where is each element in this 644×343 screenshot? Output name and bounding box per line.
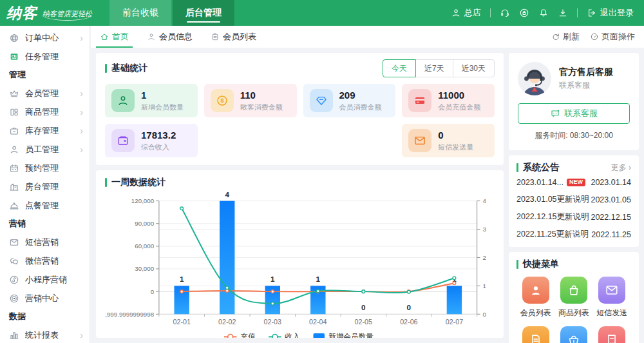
quick-menu-title: 快捷菜单 <box>516 259 559 270</box>
notice-row-0[interactable]: 2023.01.14... NEW 2023.01.14 <box>516 173 631 191</box>
sidebar-item-miniprogram-marketing[interactable]: 小程序营销 <box>0 270 90 289</box>
app-root: 纳客 纳客管店更轻松 前台收银 后台管理 总店 退出登录 订单中心 <box>0 0 644 343</box>
filter-7days[interactable]: 近7天 <box>415 59 453 77</box>
page-actions-label: 页面操作 <box>601 31 635 43</box>
nav-label: 前台收银 <box>122 7 158 19</box>
chart-legend-item-income[interactable]: 收入 <box>269 332 300 338</box>
new-badge: NEW <box>567 179 585 186</box>
stat-label: 会员充值金额 <box>438 103 480 112</box>
download-icon[interactable] <box>558 8 568 18</box>
logout-button[interactable]: 退出登录 <box>587 7 634 19</box>
quick-mall-orders[interactable]: 商城订单 <box>520 326 551 343</box>
sidebar-item-task-management[interactable]: 任务管理 <box>0 47 90 66</box>
sidebar-item-member-management[interactable]: 会员管理 › <box>0 84 90 103</box>
service-subtitle: 联系客服 <box>559 80 613 91</box>
sidebar-item-label: 任务管理 <box>25 51 83 63</box>
mail-icon <box>413 134 426 147</box>
sidebar-item-dining-management[interactable]: 点餐管理 <box>0 196 90 215</box>
filter-30days[interactable]: 近30天 <box>453 59 495 77</box>
nav-front-cashier[interactable]: 前台收银 <box>109 0 171 26</box>
svg-text:4: 4 <box>482 197 486 204</box>
weekly-chart-svg: 120,00090,00060,00030,0000-29,999.999999… <box>105 191 495 338</box>
quick-chip <box>560 277 587 304</box>
sidebar-item-sms-marketing[interactable]: 短信营销 <box>0 233 90 251</box>
sidebar-item-reservation-management[interactable]: 预约管理 <box>0 159 90 177</box>
headset-icon[interactable] <box>500 8 510 18</box>
sidebar-item-marketing-center[interactable]: 营销中心 <box>0 289 90 308</box>
tab-label: 会员列表 <box>223 31 256 43</box>
bell-icon[interactable] <box>538 8 549 18</box>
svg-text:02-01: 02-01 <box>173 318 190 326</box>
sidebar-item-label: 员工管理 <box>25 144 80 155</box>
quick-chip <box>598 326 625 343</box>
chart-legend-item-recharge[interactable]: 充值 <box>224 332 256 338</box>
quick-chip <box>522 277 549 304</box>
svg-text:1: 1 <box>180 275 184 283</box>
sidebar-item-inventory-management[interactable]: 库存管理 › <box>0 121 90 140</box>
stat-chip <box>111 129 135 152</box>
bag-icon <box>567 283 581 297</box>
svg-text:1: 1 <box>270 275 275 283</box>
quick-product-combo[interactable]: 商品套餐 <box>558 326 589 343</box>
svg-text:0: 0 <box>407 303 412 311</box>
gauge-icon <box>590 32 599 41</box>
notice-list: 2023.01.14... NEW 2023.01.14 2023.01.05更… <box>516 173 631 243</box>
nav-backend-admin[interactable]: 后台管理 <box>173 0 234 26</box>
person-icon <box>117 94 129 107</box>
stat-value: 0 <box>438 130 473 141</box>
tab-member-list[interactable]: 会员列表 <box>202 26 265 48</box>
notice-row-3[interactable]: 2022.11.25更新说明 2022.11.25 <box>516 226 631 243</box>
globe-icon <box>9 33 19 43</box>
chevron-right-icon: › <box>80 34 83 43</box>
stat-card-5: 0 短信发送量 <box>402 124 495 157</box>
refresh-button[interactable]: 刷新 <box>551 31 580 43</box>
diamond-icon <box>315 94 328 107</box>
chart-legend-item-new-members[interactable]: 新增会员数量 <box>313 332 374 338</box>
tab-member-info[interactable]: 会员信息 <box>138 26 202 48</box>
quick-label: 商品列表 <box>558 308 589 318</box>
calendar-icon <box>9 163 19 173</box>
notice-date: 2023.01.14 <box>591 178 631 187</box>
svg-text:30,000: 30,000 <box>135 265 154 272</box>
tab-label: 会员信息 <box>159 31 193 43</box>
content: 基础统计 今天近7天近30天 1 新增会员数量 $ 110 散客消费金额 209… <box>91 48 644 343</box>
stat-card-4: 17813.2 综合收入 <box>105 124 198 157</box>
sidebar-item-room-management[interactable]: 房台管理 <box>0 177 90 196</box>
quick-member-list[interactable]: 会员列表 <box>520 277 551 318</box>
stat-value: 110 <box>240 90 283 101</box>
svg-text:02-02: 02-02 <box>218 318 236 326</box>
time-filter-group: 今天近7天近30天 <box>383 59 495 77</box>
logout-label: 退出登录 <box>600 7 634 19</box>
quick-menu-grid: 会员列表 商品列表 短信发送 商城订单 商品套餐 优惠券 <box>516 277 631 343</box>
stat-label: 新增会员数量 <box>141 103 184 112</box>
store-switcher[interactable]: 总店 <box>451 7 481 19</box>
contact-service-button[interactable]: 联系客服 <box>518 103 630 124</box>
service-title: 官方售后客服 <box>559 66 613 78</box>
notice-row-1[interactable]: 2023.01.05更新说明 2023.01.05 <box>516 191 631 208</box>
notice-more-link[interactable]: 更多 › <box>611 162 631 173</box>
right-column: 官方售后客服 联系客服 联系客服 服务时间: 08:30~20:00 系统公告 … <box>509 53 639 338</box>
notice-text: 2022.11.25更新说明 <box>516 229 589 240</box>
sidebar-item-label: 订单中心 <box>25 32 80 44</box>
page-actions-button[interactable]: 页面操作 <box>590 31 635 43</box>
quick-coupon[interactable]: 优惠券 <box>598 326 625 343</box>
sidebar-item-statistics-reports[interactable]: 统计报表 › <box>0 326 90 343</box>
service-hours: 服务时间: 08:30~20:00 <box>518 130 630 141</box>
tab-home[interactable]: 首页 <box>91 26 138 48</box>
lock-icon[interactable] <box>519 8 529 18</box>
stat-label: 散客消费金额 <box>240 103 283 112</box>
stat-chip <box>111 89 135 112</box>
person-solid-icon <box>529 283 543 297</box>
quick-product-list[interactable]: 商品列表 <box>558 277 589 318</box>
filter-today[interactable]: 今天 <box>383 59 416 77</box>
svg-text:02-05: 02-05 <box>355 318 372 326</box>
quick-sms-send[interactable]: 短信发送 <box>596 277 627 318</box>
sidebar-item-staff-management[interactable]: 员工管理 › <box>0 140 90 159</box>
sidebar-item-orders-center[interactable]: 订单中心 › <box>0 28 90 47</box>
notice-row-2[interactable]: 2022.12.15更新说明 2022.12.15 <box>516 208 631 226</box>
top-nav: 前台收银 后台管理 <box>109 0 236 26</box>
sidebar-item-wechat-marketing[interactable]: 微信营销 <box>0 251 90 270</box>
stat-card-0: 1 新增会员数量 <box>105 84 198 117</box>
refresh-label: 刷新 <box>563 31 580 43</box>
sidebar-item-product-management[interactable]: 商品管理 › <box>0 103 90 121</box>
